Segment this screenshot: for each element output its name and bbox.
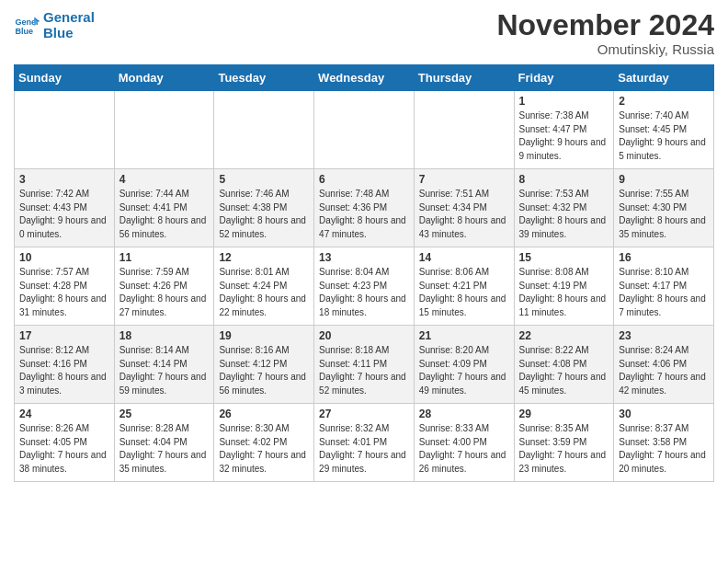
col-wednesday: Wednesday	[314, 65, 415, 91]
day-info: Sunrise: 8:14 AMSunset: 4:14 PMDaylight:…	[119, 344, 210, 397]
month-title: November 2024	[496, 9, 714, 41]
day-info: Sunrise: 7:57 AMSunset: 4:28 PMDaylight:…	[19, 266, 109, 319]
day-cell: 11Sunrise: 7:59 AMSunset: 4:26 PMDayligh…	[114, 247, 214, 326]
day-info: Sunrise: 8:24 AMSunset: 4:06 PMDaylight:…	[619, 344, 709, 397]
day-cell: 9Sunrise: 7:55 AMSunset: 4:30 PMDaylight…	[614, 169, 714, 247]
day-number: 24	[19, 408, 109, 420]
day-number: 11	[119, 251, 210, 264]
day-cell: 28Sunrise: 8:33 AMSunset: 4:00 PMDayligh…	[414, 404, 514, 482]
day-cell: 22Sunrise: 8:22 AMSunset: 4:08 PMDayligh…	[514, 326, 614, 404]
day-cell: 18Sunrise: 8:14 AMSunset: 4:14 PMDayligh…	[114, 326, 214, 404]
day-cell: 21Sunrise: 8:20 AMSunset: 4:09 PMDayligh…	[414, 326, 514, 404]
logo-icon: General Blue	[14, 12, 40, 38]
day-number: 14	[419, 251, 509, 264]
day-number: 19	[219, 329, 309, 342]
day-info: Sunrise: 8:28 AMSunset: 4:04 PMDaylight:…	[119, 422, 210, 476]
day-info: Sunrise: 8:12 AMSunset: 4:16 PMDaylight:…	[19, 344, 109, 397]
day-cell: 25Sunrise: 8:28 AMSunset: 4:04 PMDayligh…	[114, 404, 214, 482]
day-cell: 12Sunrise: 8:01 AMSunset: 4:24 PMDayligh…	[214, 247, 314, 326]
col-sunday: Sunday	[15, 65, 115, 91]
col-tuesday: Tuesday	[214, 65, 314, 91]
day-number: 28	[419, 408, 509, 420]
day-cell	[214, 91, 314, 169]
day-info: Sunrise: 8:26 AMSunset: 4:05 PMDaylight:…	[19, 422, 109, 476]
day-info: Sunrise: 8:10 AMSunset: 4:17 PMDaylight:…	[619, 266, 709, 319]
day-cell: 6Sunrise: 7:48 AMSunset: 4:36 PMDaylight…	[314, 169, 415, 247]
day-info: Sunrise: 8:20 AMSunset: 4:09 PMDaylight:…	[419, 344, 509, 397]
day-cell: 1Sunrise: 7:38 AMSunset: 4:47 PMDaylight…	[514, 91, 614, 169]
day-info: Sunrise: 8:06 AMSunset: 4:21 PMDaylight:…	[419, 266, 509, 319]
day-number: 12	[219, 251, 309, 264]
day-info: Sunrise: 7:40 AMSunset: 4:45 PMDaylight:…	[619, 109, 709, 163]
col-saturday: Saturday	[614, 65, 714, 91]
day-cell: 4Sunrise: 7:44 AMSunset: 4:41 PMDaylight…	[114, 169, 214, 247]
col-friday: Friday	[514, 65, 614, 91]
logo-line2: Blue	[43, 25, 95, 40]
day-number: 21	[419, 329, 509, 342]
day-cell: 14Sunrise: 8:06 AMSunset: 4:21 PMDayligh…	[414, 247, 514, 326]
day-number: 25	[119, 408, 210, 420]
day-number: 1	[519, 95, 609, 108]
day-number: 5	[219, 173, 309, 186]
day-info: Sunrise: 7:59 AMSunset: 4:26 PMDaylight:…	[119, 266, 210, 319]
day-cell: 16Sunrise: 8:10 AMSunset: 4:17 PMDayligh…	[614, 247, 714, 326]
header-row: Sunday Monday Tuesday Wednesday Thursday…	[15, 65, 714, 91]
day-info: Sunrise: 8:35 AMSunset: 3:59 PMDaylight:…	[519, 422, 609, 476]
location: Omutinskiy, Russia	[496, 41, 714, 57]
day-info: Sunrise: 7:55 AMSunset: 4:30 PMDaylight:…	[619, 188, 709, 241]
day-cell	[114, 91, 214, 169]
day-number: 7	[419, 173, 509, 186]
day-number: 10	[19, 251, 109, 264]
day-number: 17	[19, 329, 109, 342]
day-info: Sunrise: 7:46 AMSunset: 4:38 PMDaylight:…	[219, 188, 309, 241]
day-cell: 19Sunrise: 8:16 AMSunset: 4:12 PMDayligh…	[214, 326, 314, 404]
day-info: Sunrise: 7:48 AMSunset: 4:36 PMDaylight:…	[319, 188, 409, 241]
day-number: 18	[119, 329, 210, 342]
day-number: 9	[619, 173, 709, 186]
day-info: Sunrise: 7:53 AMSunset: 4:32 PMDaylight:…	[519, 188, 609, 241]
logo: General Blue General Blue	[14, 9, 95, 41]
day-cell: 27Sunrise: 8:32 AMSunset: 4:01 PMDayligh…	[314, 404, 415, 482]
day-info: Sunrise: 8:32 AMSunset: 4:01 PMDaylight:…	[319, 422, 409, 476]
day-number: 6	[319, 173, 409, 186]
week-row-1: 3Sunrise: 7:42 AMSunset: 4:43 PMDaylight…	[15, 169, 714, 247]
day-cell: 10Sunrise: 7:57 AMSunset: 4:28 PMDayligh…	[15, 247, 115, 326]
day-cell: 17Sunrise: 8:12 AMSunset: 4:16 PMDayligh…	[15, 326, 115, 404]
day-cell: 8Sunrise: 7:53 AMSunset: 4:32 PMDaylight…	[514, 169, 614, 247]
col-monday: Monday	[114, 65, 214, 91]
day-info: Sunrise: 8:04 AMSunset: 4:23 PMDaylight:…	[319, 266, 409, 319]
day-info: Sunrise: 7:44 AMSunset: 4:41 PMDaylight:…	[119, 188, 210, 241]
day-info: Sunrise: 8:37 AMSunset: 3:58 PMDaylight:…	[619, 422, 709, 476]
day-info: Sunrise: 7:42 AMSunset: 4:43 PMDaylight:…	[19, 188, 109, 241]
day-number: 4	[119, 173, 210, 186]
day-cell	[414, 91, 514, 169]
day-cell: 7Sunrise: 7:51 AMSunset: 4:34 PMDaylight…	[414, 169, 514, 247]
svg-text:Blue: Blue	[15, 27, 33, 36]
day-number: 22	[519, 329, 609, 342]
day-cell: 5Sunrise: 7:46 AMSunset: 4:38 PMDaylight…	[214, 169, 314, 247]
day-info: Sunrise: 8:08 AMSunset: 4:19 PMDaylight:…	[519, 266, 609, 319]
day-info: Sunrise: 8:33 AMSunset: 4:00 PMDaylight:…	[419, 422, 509, 476]
day-info: Sunrise: 8:18 AMSunset: 4:11 PMDaylight:…	[319, 344, 409, 397]
week-row-3: 17Sunrise: 8:12 AMSunset: 4:16 PMDayligh…	[15, 326, 714, 404]
day-number: 27	[319, 408, 409, 420]
week-row-2: 10Sunrise: 7:57 AMSunset: 4:28 PMDayligh…	[15, 247, 714, 326]
day-cell: 13Sunrise: 8:04 AMSunset: 4:23 PMDayligh…	[314, 247, 415, 326]
day-info: Sunrise: 7:38 AMSunset: 4:47 PMDaylight:…	[519, 109, 609, 163]
day-number: 13	[319, 251, 409, 264]
day-number: 30	[619, 408, 709, 420]
day-cell: 20Sunrise: 8:18 AMSunset: 4:11 PMDayligh…	[314, 326, 415, 404]
day-number: 29	[519, 408, 609, 420]
day-number: 26	[219, 408, 309, 420]
day-cell: 23Sunrise: 8:24 AMSunset: 4:06 PMDayligh…	[614, 326, 714, 404]
day-number: 3	[19, 173, 109, 186]
day-cell: 2Sunrise: 7:40 AMSunset: 4:45 PMDaylight…	[614, 91, 714, 169]
day-number: 2	[619, 95, 709, 108]
day-number: 23	[619, 329, 709, 342]
day-cell: 30Sunrise: 8:37 AMSunset: 3:58 PMDayligh…	[614, 404, 714, 482]
day-info: Sunrise: 8:22 AMSunset: 4:08 PMDaylight:…	[519, 344, 609, 397]
day-number: 8	[519, 173, 609, 186]
day-cell: 3Sunrise: 7:42 AMSunset: 4:43 PMDaylight…	[15, 169, 115, 247]
day-info: Sunrise: 8:01 AMSunset: 4:24 PMDaylight:…	[219, 266, 309, 319]
day-cell: 26Sunrise: 8:30 AMSunset: 4:02 PMDayligh…	[214, 404, 314, 482]
